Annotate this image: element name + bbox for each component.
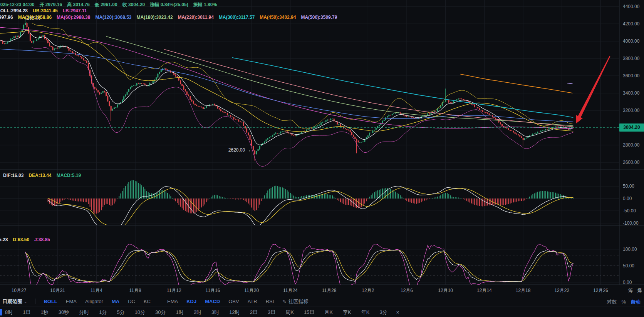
timeframe-item[interactable]: 3时: [211, 309, 219, 316]
timeframe-item[interactable]: 季K: [343, 309, 351, 316]
indicator-value: 5.28: [0, 237, 8, 242]
axis-price-label: 4400.00: [623, 4, 639, 9]
axis-date-label: 12月10: [438, 287, 453, 294]
axis-price-label: 50.00: [623, 263, 634, 269]
timeframe-item[interactable]: 1日: [23, 309, 30, 316]
toolbar-item-label: MA: [112, 299, 119, 304]
timeframe-item[interactable]: 年K: [361, 309, 370, 316]
ma-indicator-bar: 997.96MA(30):2958.86MA(60):2988.38MA(120…: [0, 15, 342, 20]
toolbar-item-label: KDJ: [186, 299, 196, 304]
indicator-ma-button[interactable]: MA: [112, 299, 119, 304]
indicator-社区指标-button[interactable]: ✎社区指标: [282, 298, 308, 305]
indicator-value: BOLL:2994.28: [0, 8, 28, 13]
axis-price-label: 100.00: [623, 247, 637, 252]
timeframe-item[interactable]: 2时: [194, 309, 201, 316]
indicator-boll-button[interactable]: BOLL: [44, 299, 57, 304]
indicator-value: DIF:16.03: [3, 173, 23, 178]
indicator-value: MA(30):2958.86: [18, 15, 52, 20]
toolbar-item-label: KC: [144, 299, 151, 304]
toolbar-item-label: EMA: [66, 299, 77, 304]
indicator-obv-button[interactable]: OBV: [228, 299, 239, 304]
trading-chart-window: ←4265.00 2620.00 → 2025-12-23 04:00开 297…: [0, 0, 644, 317]
axis-price-label: 4200.00: [623, 21, 639, 27]
indicator-value: MACD:5.19: [57, 173, 81, 178]
axis-tool-button[interactable]: 筹: [628, 287, 633, 294]
timeframe-item[interactable]: 8时: [5, 309, 13, 316]
boll-lower-band: [32, 48, 574, 167]
axis-date-label: 11月16: [206, 287, 220, 294]
timeframe-item[interactable]: 1时: [176, 309, 184, 316]
axis-price-label: 3400.00: [623, 90, 639, 96]
indicator-rsi-button[interactable]: RSI: [266, 299, 274, 304]
axis-price-label: 0.00: [623, 196, 632, 201]
indicator-value: 振幅 1.80%: [193, 2, 217, 7]
timeframe-item[interactable]: 12时: [229, 309, 240, 316]
toolbar-item-label: 社区指标: [288, 299, 308, 304]
axis-price-label: 0.00: [623, 280, 632, 285]
axis-date-label: 11月8: [129, 287, 141, 294]
scale-option-percent-button[interactable]: %: [621, 299, 626, 305]
toolbar-item-label: OBV: [228, 299, 239, 304]
axis-price-label: -100.00: [623, 220, 639, 226]
indicator-value: UB:3041.45: [33, 8, 58, 13]
indicator-ema-button[interactable]: EMA: [66, 299, 77, 304]
toolbar-item-label: BOLL: [44, 299, 57, 304]
timeframe-item[interactable]: 1秒: [40, 309, 48, 316]
axis-date-label: 12月2: [362, 287, 374, 294]
ohlc-info-bar: 2025-12-23 04:00开 2979.16高 3014.76低 2961…: [0, 2, 222, 8]
timeframe-item[interactable]: 5分: [117, 309, 124, 316]
close-icon[interactable]: ×: [396, 309, 399, 315]
axis-date-label: 12月22: [554, 287, 569, 294]
timeframe-item[interactable]: 30秒: [59, 309, 69, 316]
timeframe-item[interactable]: 1分: [99, 309, 107, 316]
toolbar-item-label: EMA: [167, 299, 178, 304]
indicator-kc-button[interactable]: KC: [144, 299, 151, 304]
timeframe-item[interactable]: 15日: [304, 309, 314, 316]
indicator-atr-button[interactable]: ATR: [248, 299, 257, 304]
timeframe-item[interactable]: 3分: [379, 309, 387, 316]
chart-canvas[interactable]: [0, 0, 644, 317]
timeframe-item[interactable]: 月K: [324, 309, 333, 316]
candlestick-series: [0, 18, 574, 160]
active-timeframe-partial[interactable]: [0, 309, 2, 315]
scale-option-对数-button[interactable]: 对数: [607, 299, 617, 305]
trend-arrow-annotation[interactable]: [576, 56, 610, 123]
indicator-kdj-button[interactable]: KDJ: [186, 299, 196, 304]
scale-option-自动-button[interactable]: 自动: [631, 299, 641, 305]
ma-line-ma220: [164, 49, 574, 127]
indicator-toolbar: 日期范围⌄BOLLEMAAlligatorMADCKCEMAKDJMACDOBV…: [0, 296, 644, 307]
timeframe-item[interactable]: 30分: [155, 309, 166, 316]
timeframe-item[interactable]: 3日: [268, 309, 275, 316]
axis-price-label: 2600.00: [623, 160, 639, 165]
indicator-value: J:38.85: [34, 237, 50, 242]
indicator-dc-button[interactable]: DC: [128, 299, 135, 304]
date-range-menu[interactable]: 日期范围⌄: [2, 298, 27, 305]
toolbar-item-label: DC: [128, 299, 135, 304]
indicator-macd-button[interactable]: MACD: [205, 299, 220, 304]
timeframe-item[interactable]: 10分: [135, 309, 145, 316]
indicator-value: 高 3014.76: [67, 2, 90, 7]
axis-date-label: 12月6: [401, 287, 413, 294]
indicator-value: LB:2947.11: [63, 8, 87, 13]
indicator-value: 涨幅 0.84%(25.05): [150, 2, 188, 7]
axis-price-label: 4000.00: [623, 38, 639, 44]
ma-line-ma30: [0, 31, 573, 132]
macd-indicator-bar: DIF:16.03DEA:13.44MACD:5.19: [3, 173, 86, 178]
edit-icon: ✎: [282, 299, 286, 304]
timeframe-item[interactable]: 分时: [79, 309, 89, 316]
indicator-value: 低 2961.00: [95, 2, 117, 7]
ma-line-ma500: [567, 83, 573, 84]
axis-date-label: 11月24: [283, 287, 298, 294]
axis-date-label: 10月27: [12, 287, 27, 294]
timeframe-item[interactable]: 周K: [285, 309, 294, 316]
indicator-value: 开 2979.16: [39, 2, 62, 7]
indicator-value: MA(180):3023.42: [137, 15, 173, 20]
toolbar-item-label: Alligator: [85, 299, 103, 304]
boll-indicator-bar: BOLL:2994.28UB:3041.45LB:2947.11: [0, 8, 92, 13]
axis-date-label: 11月20: [244, 287, 259, 294]
indicator-value: D:63.50: [13, 237, 29, 242]
indicator-alligator-button[interactable]: Alligator: [85, 299, 103, 304]
timeframe-item[interactable]: 2日: [250, 309, 258, 316]
axis-tool-button[interactable]: 爆: [637, 287, 642, 294]
indicator-ema-button[interactable]: EMA: [167, 299, 178, 304]
